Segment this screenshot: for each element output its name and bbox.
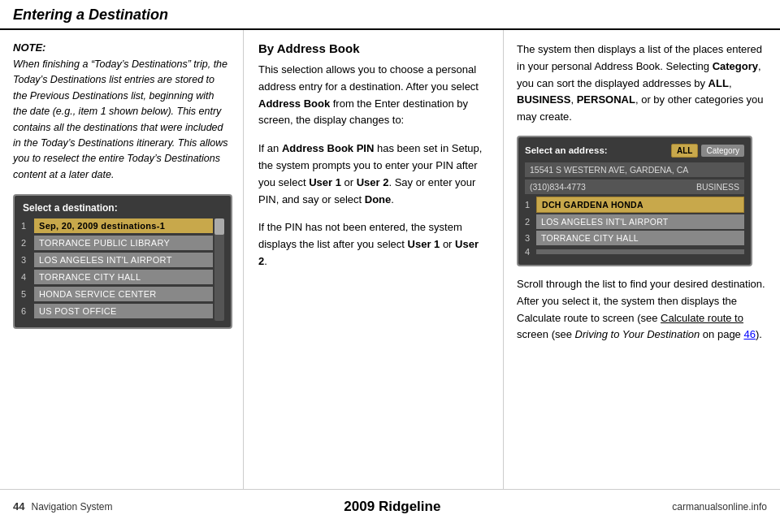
done-period: .	[391, 193, 394, 205]
pin-or: or	[341, 176, 357, 188]
nav-row-text: TORRANCE PUBLIC LIBRARY	[34, 236, 213, 250]
nav-list-item[interactable]: 1Sep, 20, 2009 destinations-1	[21, 218, 213, 233]
done-bold: Done	[365, 193, 392, 205]
right-text3: ,	[729, 77, 732, 89]
scroll-bar[interactable]	[214, 218, 224, 321]
addr-screen-header: Select an address: ALL Category	[525, 144, 744, 158]
page-footer: 44 Navigation System 2009 Ridgeline carm…	[0, 489, 780, 523]
addr-info-phone-row: (310)834-4773 BUSINESS	[525, 179, 744, 194]
intro-text: This selection allows you to choose a pe…	[258, 63, 479, 93]
intro-paragraph: This selection allows you to choose a pe…	[258, 62, 488, 129]
footer-nav-label: Navigation System	[31, 501, 112, 513]
left-column: NOTE: When finishing a “Today’s Destinat…	[0, 30, 244, 489]
nav-list-item[interactable]: 5HONDA SERVICE CENTER	[21, 287, 213, 301]
addr-row-text: TORRANCE CITY HALL	[536, 231, 744, 245]
nav-screen-body: 1Sep, 20, 2009 destinations-12TORRANCE P…	[21, 218, 224, 321]
addr-list-item[interactable]: 3TORRANCE CITY HALL	[525, 231, 744, 245]
user1-bold: User 1	[309, 176, 341, 188]
calculate-route-underline: Calculate route to	[661, 312, 743, 324]
addr-row-num: 4	[525, 247, 536, 257]
nav-row-text: Sep, 20, 2009 destinations-1	[34, 218, 213, 233]
right-column: The system then displays a list of the p…	[504, 30, 780, 489]
addr-row-num: 1	[525, 200, 536, 210]
addr-row-num: 2	[525, 217, 536, 227]
scroll-end: ).	[756, 328, 762, 340]
nav-row-text: LOS ANGELES INT'L AIRPORT	[34, 253, 213, 267]
scroll-thumb	[214, 218, 224, 235]
user2-bold: User 2	[357, 176, 389, 188]
addr-btn-category[interactable]: Category	[701, 145, 744, 157]
nav-row-num: 2	[21, 238, 34, 248]
nav-row-text: TORRANCE CITY HALL	[34, 270, 213, 284]
nav-list-item[interactable]: 3LOS ANGELES INT'L AIRPORT	[21, 253, 213, 267]
pin2-or: or	[440, 238, 455, 250]
addr-list-item[interactable]: 2LOS ANGELES INT'L AIRPORT	[525, 214, 744, 229]
driving-italic: Driving to Your Destination	[575, 328, 700, 340]
nav-row-num: 3	[21, 255, 34, 265]
note-label: NOTE:	[13, 41, 230, 54]
page-header: Entering a Destination	[0, 0, 780, 30]
addr-screen-label: Select an address:	[525, 145, 668, 155]
business-bold: BUSINESS	[517, 93, 570, 106]
nav-list-item[interactable]: 2TORRANCE PUBLIC LIBRARY	[21, 236, 213, 250]
nav-list-item[interactable]: 4TORRANCE CITY HALL	[21, 270, 213, 284]
scroll-screen-label: screen (see	[517, 328, 575, 340]
addr-list-item[interactable]: 1DCH GARDENA HONDA	[525, 197, 744, 213]
nav-screen-title: Select a destination:	[21, 202, 224, 214]
all-bold: ALL	[708, 77, 729, 89]
pin-paragraph1: If an Address Book PIN has been set in S…	[258, 141, 488, 208]
by-address-book-title: By Address Book	[258, 41, 488, 55]
addr-row-text: LOS ANGELES INT'L AIRPORT	[536, 214, 744, 229]
pin2-user1: User 1	[408, 238, 440, 250]
addr-btn-all[interactable]: ALL	[671, 144, 698, 158]
nav-list: 1Sep, 20, 2009 destinations-12TORRANCE P…	[21, 218, 213, 318]
nav-row-text: HONDA SERVICE CENTER	[34, 287, 213, 301]
address-book-bold: Address Book	[258, 97, 330, 110]
nav-list-container: 1Sep, 20, 2009 destinations-12TORRANCE P…	[21, 218, 213, 321]
footer-page-num: 44	[13, 500, 24, 513]
nav-row-num: 6	[21, 306, 34, 316]
addr-screen: Select an address: ALL Category 15541 S …	[517, 136, 752, 266]
scroll-page-num[interactable]: 46	[743, 328, 755, 340]
right-text4: ,	[570, 93, 576, 106]
footer-right: carmanualsonline.info	[672, 501, 767, 513]
address-book-pin-bold: Address Book PIN	[282, 142, 374, 154]
note-text: When finishing a “Today’s Destinations” …	[13, 57, 230, 183]
personal-bold: PERSONAL	[577, 93, 635, 106]
nav-row-text: US POST OFFICE	[34, 304, 213, 318]
nav-row-num: 4	[21, 272, 34, 282]
nav-screen: Select a destination: 1Sep, 20, 2009 des…	[13, 194, 232, 329]
pin2-end: .	[264, 255, 267, 267]
addr-list: 1DCH GARDENA HONDA2LOS ANGELES INT'L AIR…	[525, 197, 744, 257]
pin-paragraph2: If the PIN has not been entered, the sys…	[258, 219, 488, 270]
footer-center: 2009 Ridgeline	[344, 499, 440, 515]
main-content: NOTE: When finishing a “Today’s Destinat…	[0, 30, 780, 489]
addr-info-addr-text: 15541 S WESTERN AVE, GARDENA, CA	[530, 165, 688, 175]
addr-row-text	[536, 249, 744, 254]
addr-info-type: BUSINESS	[696, 182, 739, 192]
nav-row-num: 1	[21, 221, 34, 231]
nav-row-num: 5	[21, 289, 34, 299]
pin-text-pre: If an	[258, 142, 282, 154]
mid-column: By Address Book This selection allows yo…	[244, 30, 504, 489]
footer-left: 44 Navigation System	[13, 500, 113, 513]
addr-list-item[interactable]: 4	[525, 247, 744, 257]
addr-info-address: 15541 S WESTERN AVE, GARDENA, CA	[525, 162, 744, 177]
category-bold: Category	[713, 60, 758, 72]
nav-list-item[interactable]: 6US POST OFFICE	[21, 304, 213, 318]
right-intro-text: The system then displays a list of the p…	[517, 41, 767, 126]
page-title: Entering a Destination	[13, 6, 767, 24]
scroll-page-pre: on page	[700, 328, 743, 340]
addr-row-num: 3	[525, 233, 536, 243]
addr-info-phone: (310)834-4773	[530, 182, 586, 192]
scroll-paragraph: Scroll through the list to find your des…	[517, 276, 767, 344]
addr-row-text: DCH GARDENA HONDA	[536, 197, 744, 213]
